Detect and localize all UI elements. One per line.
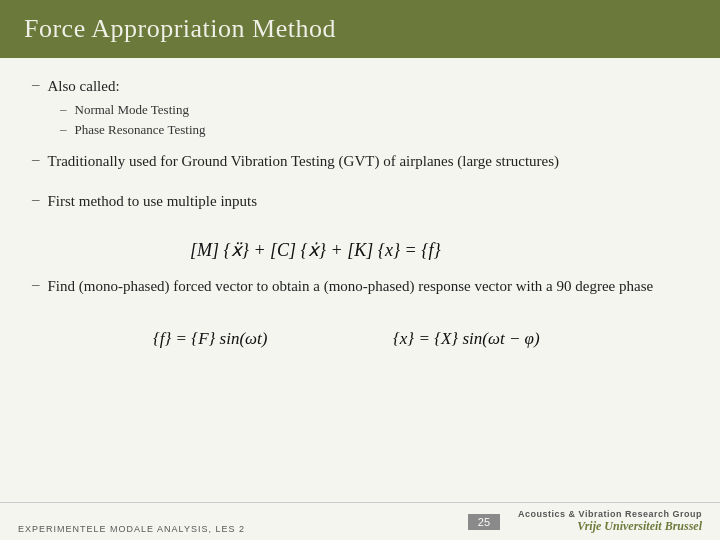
bullet-gvt: – Traditionally used for Ground Vibratio… xyxy=(32,151,688,173)
bullet-find-text: Find (mono-phased) forced vector to obta… xyxy=(48,276,654,298)
bullet-first-method: – First method to use multiple inputs xyxy=(32,191,688,212)
formula-row-two: {f} = {F} sin(ωt) {x} = {X} sin(ωt − φ) xyxy=(32,318,688,354)
footer-page-number: 25 xyxy=(468,514,500,530)
svg-text:[M] {ẍ} + [C] {ẋ} + [K] {x} = : [M] {ẍ} + [C] {ẋ} + [K] {x} = {f} xyxy=(190,240,441,260)
section-also-called: – Also called: – Normal Mode Testing – P… xyxy=(32,76,688,141)
dash-4: – xyxy=(32,276,40,293)
section-find: – Find (mono-phased) forced vector to ob… xyxy=(32,276,688,302)
bullet-normal-mode-text: Normal Mode Testing xyxy=(75,101,189,119)
svg-text:{f} = {F} sin(ωt): {f} = {F} sin(ωt) xyxy=(153,329,268,348)
footer-brand-bottom-text: Vrije Universiteit Brussel xyxy=(577,519,702,534)
footer-brand-top-text: Acoustics & Vibration Research Group xyxy=(518,509,702,519)
dash-1: – xyxy=(32,76,40,93)
footer-course-label: EXPERIMENTELE MODALE ANALYSIS, LES 2 xyxy=(18,524,245,534)
dash-2: – xyxy=(32,151,40,168)
bullet-gvt-text: Traditionally used for Ground Vibration … xyxy=(48,151,560,173)
bullet-also-called: – Also called: xyxy=(32,76,688,97)
slide-header: Force Appropriation Method xyxy=(0,0,720,58)
footer-brand: Acoustics & Vibration Research Group Vri… xyxy=(518,509,702,534)
section-gvt: – Traditionally used for Ground Vibratio… xyxy=(32,151,688,177)
section-first-method: – First method to use multiple inputs xyxy=(32,191,688,216)
formula-svg-1: [M] {ẍ} + [C] {ẋ} + [K] {x} = {f} xyxy=(190,230,530,266)
bullet-first-method-text: First method to use multiple inputs xyxy=(48,191,258,212)
slide-content: – Also called: – Normal Mode Testing – P… xyxy=(0,58,720,502)
bullet-find: – Find (mono-phased) forced vector to ob… xyxy=(32,276,688,298)
dash-sub1: – xyxy=(60,101,67,117)
formula-svg-f: {f} = {F} sin(ωt) xyxy=(153,318,313,354)
dash-sub2: – xyxy=(60,121,67,137)
slide: Force Appropriation Method – Also called… xyxy=(0,0,720,540)
formula-equation-of-motion: [M] {ẍ} + [C] {ẋ} + [K] {x} = {f} xyxy=(32,230,688,266)
slide-footer: EXPERIMENTELE MODALE ANALYSIS, LES 2 25 … xyxy=(0,502,720,540)
bullet-also-called-text: Also called: xyxy=(48,76,120,97)
slide-title: Force Appropriation Method xyxy=(24,14,336,44)
formula-svg-x: {x} = {X} sin(ωt − φ) xyxy=(393,318,568,354)
bullet-phase-resonance: – Phase Resonance Testing xyxy=(60,121,688,139)
dash-3: – xyxy=(32,191,40,208)
bullet-phase-resonance-text: Phase Resonance Testing xyxy=(75,121,206,139)
bullet-normal-mode: – Normal Mode Testing xyxy=(60,101,688,119)
svg-text:{x} = {X} sin(ωt − φ): {x} = {X} sin(ωt − φ) xyxy=(393,329,540,348)
